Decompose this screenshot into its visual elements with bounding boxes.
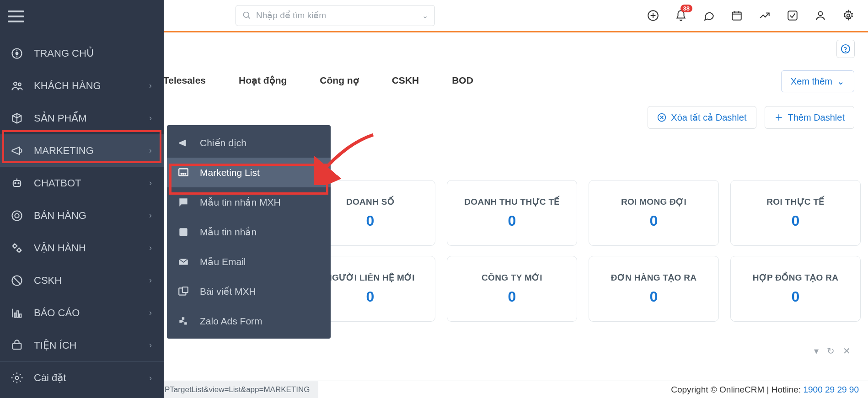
view-more-button[interactable]: Xem thêm ⌄ bbox=[781, 70, 854, 92]
delete-all-dashlet-button[interactable]: Xóa tất cả Dashlet bbox=[648, 106, 756, 129]
panel-controls: ▾ ↻ ✕ bbox=[814, 345, 851, 356]
submenu-label: Bài viết MXH bbox=[200, 286, 256, 297]
add-dashlet-button[interactable]: Thêm Dashlet bbox=[765, 106, 855, 129]
sidebar-item-label: CHATBOT bbox=[34, 177, 81, 189]
submenu-label: Mẫu tin nhắn MXH bbox=[200, 197, 281, 208]
dashboard-tabs: Telesales Hoạt động Công nợ CSKH BOD bbox=[163, 67, 473, 94]
sidebar-item-product[interactable]: SẢN PHẨM› bbox=[0, 102, 164, 134]
submenu-social-post[interactable]: Bài viết MXH bbox=[167, 276, 331, 306]
filter-icon[interactable]: ▾ bbox=[814, 345, 819, 356]
close-icon[interactable]: ✕ bbox=[843, 345, 851, 356]
sidebar-item-label: CSKH bbox=[34, 275, 62, 287]
sidebar-item-home[interactable]: TRANG CHỦ bbox=[0, 37, 164, 69]
refresh-icon[interactable]: ↻ bbox=[827, 345, 835, 356]
svg-point-42 bbox=[181, 173, 182, 174]
check-icon[interactable] bbox=[787, 10, 798, 21]
copyright-text: Copyright © OnlineCRM | Hotline: bbox=[671, 385, 803, 394]
plus-icon bbox=[774, 113, 783, 122]
tab-cskh[interactable]: CSKH bbox=[392, 75, 419, 86]
submenu-label: Mẫu tin nhắn bbox=[200, 227, 257, 238]
hotline-link[interactable]: 1900 29 29 90 bbox=[803, 385, 859, 394]
svg-point-27 bbox=[18, 182, 19, 183]
svg-rect-48 bbox=[182, 287, 188, 292]
metric-card: ROI THỰC TẾ0 bbox=[730, 180, 861, 246]
metric-card: DOANH THU THỰC TẾ0 bbox=[447, 180, 577, 246]
sidebar-item-chatbot[interactable]: CHATBOT› bbox=[0, 167, 164, 199]
sidebar-item-label: BÁO CÁO bbox=[34, 307, 80, 319]
chevron-right-icon: › bbox=[149, 211, 152, 220]
svg-point-10 bbox=[819, 11, 823, 16]
submenu-marketing-list[interactable]: Marketing List bbox=[167, 158, 331, 187]
chevron-right-icon: › bbox=[149, 81, 152, 90]
tab-debt[interactable]: Công nợ bbox=[320, 75, 359, 86]
hamburger-icon[interactable] bbox=[0, 0, 32, 32]
delete-label: Xóa tất cả Dashlet bbox=[671, 112, 746, 123]
topbar-icons: 38 bbox=[647, 10, 868, 21]
chat-icon[interactable] bbox=[703, 10, 715, 21]
gear-icon[interactable] bbox=[842, 10, 854, 21]
svg-rect-38 bbox=[20, 314, 21, 317]
metric-title: DOANH THU THỰC TẾ bbox=[464, 196, 559, 207]
svg-point-11 bbox=[847, 14, 850, 17]
chevron-right-icon: › bbox=[149, 276, 152, 285]
tab-telesales[interactable]: Telesales bbox=[163, 75, 206, 86]
submenu-label: Chiến dịch bbox=[200, 138, 246, 149]
notif-badge: 38 bbox=[680, 5, 692, 12]
sidebar-item-customer[interactable]: KHÁCH HÀNG› bbox=[0, 69, 164, 102]
sidebar-item-label: TIỆN ÍCH bbox=[34, 340, 76, 351]
bell-icon[interactable]: 38 bbox=[675, 10, 687, 21]
sidebar-item-label: SẢN PHẨM bbox=[34, 112, 87, 124]
sidebar-item-sales[interactable]: BÁN HÀNG› bbox=[0, 199, 164, 232]
chevron-down-icon[interactable]: ⌄ bbox=[422, 11, 428, 20]
svg-rect-9 bbox=[788, 11, 797, 20]
chevron-right-icon: › bbox=[149, 340, 152, 350]
add-icon[interactable] bbox=[647, 10, 659, 21]
sidebar-item-label: BÁN HÀNG bbox=[34, 210, 86, 222]
tab-bod[interactable]: BOD bbox=[452, 75, 473, 86]
sidebar-item-settings[interactable]: Cài đặt› bbox=[0, 361, 164, 394]
calendar-icon[interactable] bbox=[731, 10, 743, 21]
sidebar-item-report[interactable]: BÁO CÁO› bbox=[0, 297, 164, 329]
chevron-right-icon: › bbox=[149, 373, 152, 383]
metric-title: ROI MONG ĐỢI bbox=[621, 196, 686, 207]
svg-point-30 bbox=[15, 213, 19, 218]
metric-title: ĐƠN HÀNG TẠO RA bbox=[611, 272, 697, 283]
sidebar: TRANG CHỦ KHÁCH HÀNG› SẢN PHẨM› MARKETIN… bbox=[0, 0, 164, 398]
svg-point-13 bbox=[845, 51, 846, 52]
submenu-sms-template[interactable]: Mẫu tin nhắn MXH bbox=[167, 187, 331, 217]
svg-point-26 bbox=[15, 182, 16, 183]
submenu-campaign[interactable]: Chiến dịch bbox=[167, 128, 331, 158]
submenu-zalo-ads[interactable]: Zalo Ads Form bbox=[167, 306, 331, 336]
svg-rect-39 bbox=[13, 343, 21, 349]
svg-rect-5 bbox=[732, 12, 741, 20]
submenu-label: Marketing List bbox=[200, 167, 260, 178]
sidebar-item-label: MARKETING bbox=[34, 145, 94, 157]
search-input[interactable] bbox=[256, 11, 422, 21]
svg-point-29 bbox=[12, 211, 22, 220]
svg-rect-37 bbox=[17, 311, 19, 317]
tab-activity[interactable]: Hoạt động bbox=[239, 75, 287, 86]
close-circle-icon bbox=[657, 113, 666, 122]
chevron-down-icon: ⌄ bbox=[837, 76, 845, 87]
svg-point-23 bbox=[14, 82, 17, 85]
help-button[interactable] bbox=[836, 40, 855, 58]
svg-point-32 bbox=[17, 249, 21, 252]
sidebar-item-operate[interactable]: VẬN HÀNH› bbox=[0, 232, 164, 264]
user-icon[interactable] bbox=[814, 10, 826, 21]
svg-point-43 bbox=[183, 173, 184, 174]
search-box[interactable]: ⌄ bbox=[236, 5, 435, 26]
metric-value: 0 bbox=[366, 288, 375, 305]
sidebar-item-marketing[interactable]: MARKETING› bbox=[0, 134, 164, 167]
chevron-right-icon: › bbox=[149, 178, 152, 188]
sidebar-item-cskh[interactable]: CSKH› bbox=[0, 264, 164, 297]
svg-point-40 bbox=[16, 377, 19, 380]
chevron-right-icon: › bbox=[149, 113, 152, 123]
submenu-label: Zalo Ads Form bbox=[200, 316, 263, 327]
submenu-msg-template[interactable]: Mẫu tin nhắn bbox=[167, 217, 331, 247]
sidebar-item-utility[interactable]: TIỆN ÍCH› bbox=[0, 329, 164, 361]
submenu-label: Mẫu Email bbox=[200, 256, 246, 267]
chevron-right-icon: › bbox=[149, 243, 152, 253]
submenu-email-template[interactable]: Mẫu Email bbox=[167, 247, 331, 276]
svg-point-24 bbox=[18, 83, 21, 85]
chart-icon[interactable] bbox=[759, 10, 771, 21]
